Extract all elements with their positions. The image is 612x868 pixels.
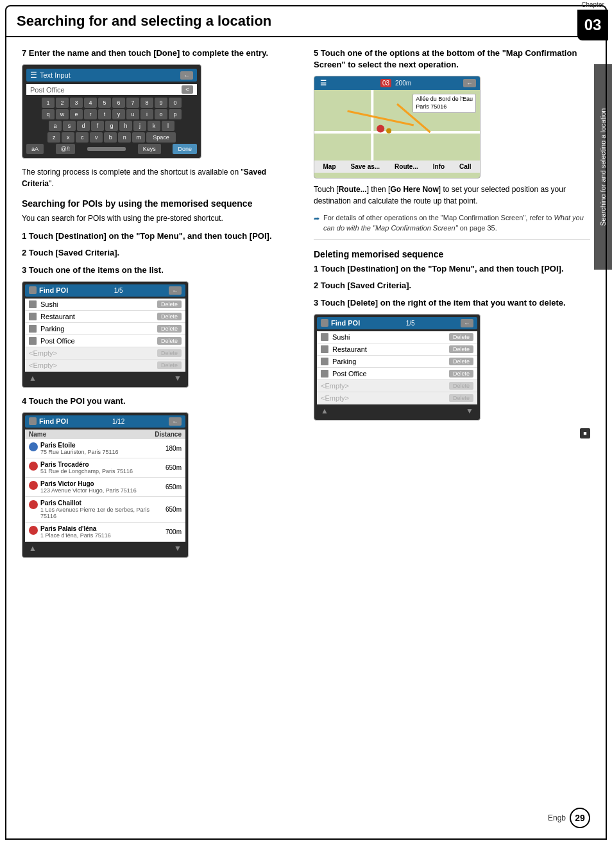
- poi-delete-parking-1[interactable]: Delete: [157, 325, 182, 333]
- map-btn-saveas[interactable]: Save as...: [348, 162, 383, 171]
- kb-key-6[interactable]: 6: [112, 98, 125, 108]
- poi-delete-sushi-1[interactable]: Delete: [157, 300, 182, 308]
- kb-key-t[interactable]: t: [98, 109, 111, 119]
- poi-list-row-5[interactable]: Paris Palais d'Iéna 1 Place d'Iéna, Pari…: [25, 523, 185, 542]
- footer-lang: Engb: [548, 813, 566, 822]
- poi-row-postoffice-del[interactable]: Post Office Delete: [317, 368, 477, 380]
- kb-row-qwerty: q w e r t y u i o p: [26, 109, 197, 119]
- kb-key-o[interactable]: o: [155, 109, 167, 119]
- kb-key-keys[interactable]: Keys: [138, 144, 161, 154]
- poi-row-icon: [321, 333, 328, 341]
- kb-key-p[interactable]: p: [169, 109, 182, 119]
- kb-key-h[interactable]: h: [119, 121, 132, 131]
- kb-key-n[interactable]: n: [118, 132, 131, 143]
- map-title-left: ☰: [318, 78, 328, 88]
- kb-key-i[interactable]: i: [140, 109, 153, 119]
- del-step-2-heading: 2 Touch [Saved Criteria].: [314, 280, 590, 291]
- poi-list-name-5: Paris Palais d'Iéna: [40, 525, 111, 532]
- poi-list-row-4[interactable]: Paris Chaillot 1 Les Avenues Pierre 1er …: [25, 497, 185, 523]
- kb-key-y[interactable]: y: [112, 109, 125, 119]
- kb-key-e[interactable]: e: [70, 109, 83, 119]
- kb-key-7[interactable]: 7: [126, 98, 139, 108]
- del-step-3-heading: 3 Touch [Delete] on the right of the ite…: [314, 297, 590, 309]
- poi-delete-postoffice-del[interactable]: Delete: [449, 370, 473, 378]
- kb-key-x[interactable]: x: [62, 132, 74, 143]
- section-heading-poi-search: Searching for POIs by using the memorise…: [22, 198, 298, 209]
- kb-key-c[interactable]: c: [76, 132, 89, 143]
- map-btn-map[interactable]: Map: [321, 162, 339, 171]
- kb-key-2[interactable]: 2: [56, 98, 69, 108]
- kb-key-5[interactable]: 5: [98, 98, 111, 108]
- poi-delete-parking-del[interactable]: Delete: [449, 358, 473, 365]
- poi-list-row-3[interactable]: Paris Victor Hugo 123 Avenue Victor Hugo…: [25, 478, 185, 497]
- kb-key-1[interactable]: 1: [42, 98, 55, 108]
- svg-point-5: [377, 125, 384, 133]
- kb-key-done[interactable]: Done: [173, 144, 197, 154]
- kb-key-m[interactable]: m: [132, 132, 145, 143]
- kb-key-g[interactable]: g: [105, 121, 118, 131]
- poi-delete-sushi-del[interactable]: Delete: [449, 333, 473, 341]
- intro-text: You can search for POIs with using the p…: [22, 213, 298, 224]
- bullet-page-ref: on page 35.: [458, 224, 497, 232]
- kb-key-f[interactable]: f: [91, 121, 104, 131]
- map-btn-call[interactable]: Call: [457, 162, 473, 171]
- poi-row-restaurant-del[interactable]: Restaurant Delete: [317, 343, 477, 356]
- kb-key-s[interactable]: s: [63, 121, 76, 131]
- poi-name-parking-1: Parking: [40, 325, 64, 333]
- chapter-number: 03: [577, 10, 608, 40]
- kb-key-w[interactable]: w: [56, 109, 69, 119]
- poi-back-button-1[interactable]: ←: [169, 286, 182, 295]
- poi-list-addr-3: 123 Avenue Victor Hugo, Paris 75116: [40, 487, 137, 494]
- poi-list-row-1[interactable]: Paris Etoile 75 Rue Lauriston, Paris 751…: [25, 439, 185, 458]
- kb-key-v[interactable]: v: [90, 132, 103, 143]
- kb-key-b[interactable]: b: [104, 132, 117, 143]
- poi-delete-restaurant-1[interactable]: Delete: [157, 313, 182, 320]
- poi-back-button-del[interactable]: ←: [461, 319, 473, 327]
- poi-row-restaurant-1[interactable]: Restaurant Delete: [25, 311, 185, 323]
- map-btn-info[interactable]: Info: [430, 162, 447, 171]
- stop-icon-container: ■: [314, 428, 590, 438]
- map-btn-route[interactable]: Route...: [392, 162, 421, 171]
- kb-key-u[interactable]: u: [126, 109, 139, 119]
- kb-row-zxcv: z x c v b n m Space: [26, 132, 197, 143]
- kb-key-aa[interactable]: aA: [26, 144, 44, 154]
- poi-row-parking-1[interactable]: Parking Delete: [25, 323, 185, 335]
- stop-icon: ■: [580, 428, 590, 438]
- poi-row-sushi-del[interactable]: Sushi Delete: [317, 331, 477, 343]
- map-address-label: Allée du Bord de l'EauParis 75016: [412, 94, 476, 112]
- kb-key-8[interactable]: 8: [140, 98, 153, 108]
- kb-key-space[interactable]: Space: [146, 132, 176, 143]
- kb-key-q[interactable]: q: [42, 109, 55, 119]
- step-5-heading: 5 Touch one of the options at the bottom…: [314, 48, 590, 71]
- kb-key-symbols[interactable]: @/!: [56, 144, 75, 154]
- poi-dist-1: 180m: [166, 445, 182, 452]
- poi-delete-empty1-del: Delete: [449, 382, 473, 390]
- poi-delete-restaurant-del[interactable]: Delete: [449, 345, 473, 353]
- poi-list-addr-2: 51 Rue de Longchamp, Paris 75116: [40, 468, 133, 474]
- kb-key-0[interactable]: 0: [169, 98, 182, 108]
- map-back-button[interactable]: ←: [463, 79, 476, 87]
- kb-key-l[interactable]: l: [162, 121, 174, 131]
- poi-delete-postoffice-1[interactable]: Delete: [157, 337, 182, 345]
- poi-row-sushi-1[interactable]: Sushi Delete: [25, 299, 185, 311]
- kb-key-3[interactable]: 3: [70, 98, 83, 108]
- poi-list-row-2[interactable]: Paris Trocadéro 51 Rue de Longchamp, Par…: [25, 458, 185, 478]
- poi-row-postoffice-1[interactable]: Post Office Delete: [25, 335, 185, 347]
- kb-key-4[interactable]: 4: [84, 98, 97, 108]
- find-poi-list-2: Find POI 1/12 ← Name Distance Paris: [22, 412, 189, 558]
- kb-titlebar: ☰ Text Input ←: [26, 69, 197, 82]
- poi-back-button-2[interactable]: ←: [169, 417, 182, 426]
- kb-key-a[interactable]: a: [49, 121, 62, 131]
- poi-row-parking-del[interactable]: Parking Delete: [317, 356, 477, 368]
- kb-key-j[interactable]: j: [133, 121, 146, 131]
- kb-key-space-wide[interactable]: [87, 147, 126, 151]
- kb-key-z[interactable]: z: [47, 132, 60, 143]
- kb-key-9[interactable]: 9: [155, 98, 167, 108]
- kb-key-k[interactable]: k: [148, 121, 160, 131]
- poi-row-icon: [321, 345, 328, 353]
- kb-back-button[interactable]: ←: [180, 71, 193, 80]
- kb-key-d[interactable]: d: [77, 121, 90, 131]
- kb-delete-char-button[interactable]: <: [182, 85, 193, 94]
- kb-key-r[interactable]: r: [84, 109, 97, 119]
- poi-list-addr-1: 75 Rue Lauriston, Paris 75116: [40, 449, 119, 455]
